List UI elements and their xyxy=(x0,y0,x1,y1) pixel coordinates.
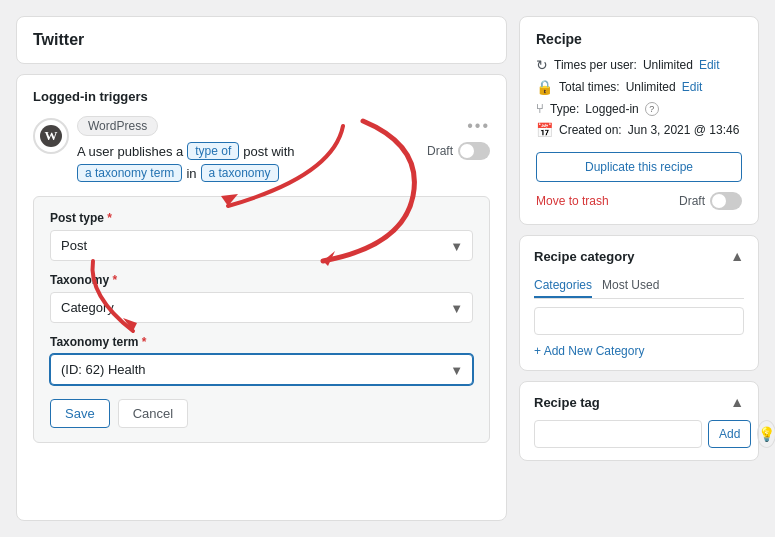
trigger-area: W WordPress ••• A user publishes a xyxy=(33,116,490,443)
trigger-header: WordPress ••• xyxy=(77,116,490,136)
trigger-text-line-2: a taxonomy term in a taxonomy xyxy=(77,164,490,182)
required-marker-2: * xyxy=(112,273,117,287)
recipe-draft-toggle[interactable] xyxy=(710,192,742,210)
category-title: Recipe category xyxy=(534,249,634,264)
trigger-row: W WordPress ••• A user publishes a xyxy=(33,116,490,186)
category-tabs: Categories Most Used xyxy=(534,274,744,299)
total-times-row: 🔒 Total times: Unlimited Edit xyxy=(536,79,742,95)
bulb-icon[interactable]: 💡 xyxy=(757,420,775,448)
taxonomy-term-tag[interactable]: a taxonomy term xyxy=(77,164,182,182)
calendar-icon: 📅 xyxy=(536,122,553,138)
taxonomy-term-label: Taxonomy term * xyxy=(50,335,473,349)
cancel-button[interactable]: Cancel xyxy=(118,399,188,428)
category-section-header: Recipe category ▲ xyxy=(534,248,744,264)
taxonomy-label: Taxonomy * xyxy=(50,273,473,287)
taxonomy-tag[interactable]: a taxonomy xyxy=(201,164,279,182)
times-per-user-label: Times per user: xyxy=(554,58,637,72)
taxonomy-term-group: Taxonomy term * (ID: 62) Health (ID: 1) … xyxy=(50,335,473,385)
type-row: ⑂ Type: Logged-in ? xyxy=(536,101,742,116)
lock-icon: 🔒 xyxy=(536,79,553,95)
required-marker: * xyxy=(107,211,112,225)
created-value: Jun 3, 2021 @ 13:46 xyxy=(628,123,740,137)
tag-card: Recipe tag ▲ Add 💡 xyxy=(519,381,759,461)
category-input-area xyxy=(534,307,744,335)
type-value: Logged-in xyxy=(585,102,638,116)
draft-text: Draft xyxy=(679,194,705,208)
times-per-user-value: Unlimited xyxy=(643,58,693,72)
draft-toggle[interactable] xyxy=(458,142,490,160)
triggers-title: Logged-in triggers xyxy=(33,89,490,104)
recycle-icon: ↻ xyxy=(536,57,548,73)
taxonomy-select-wrapper: Category Tag ▼ xyxy=(50,292,473,323)
wordpress-logo: W xyxy=(33,118,69,154)
total-times-label: Total times: xyxy=(559,80,620,94)
tag-add-button[interactable]: Add xyxy=(708,420,751,448)
recipe-toggle-knob xyxy=(712,194,726,208)
trigger-content: WordPress ••• A user publishes a type of… xyxy=(77,116,490,186)
draft-label-inline: Draft xyxy=(427,144,453,158)
times-per-user-edit[interactable]: Edit xyxy=(699,58,720,72)
fork-icon: ⑂ xyxy=(536,101,544,116)
times-per-user-row: ↻ Times per user: Unlimited Edit xyxy=(536,57,742,73)
tag-input[interactable] xyxy=(534,420,702,448)
created-row: 📅 Created on: Jun 3, 2021 @ 13:46 xyxy=(536,122,742,138)
trigger-text-line: A user publishes a type of post with Dra… xyxy=(77,142,490,160)
created-label: Created on: xyxy=(559,123,622,137)
duplicate-button[interactable]: Duplicate this recipe xyxy=(536,152,742,182)
tag-input-row: Add 💡 xyxy=(534,420,744,448)
draft-toggle-row: Draft xyxy=(679,192,742,210)
category-card: Recipe category ▲ Categories Most Used +… xyxy=(519,235,759,371)
twitter-title: Twitter xyxy=(33,31,84,48)
most-used-tab[interactable]: Most Used xyxy=(602,274,659,298)
type-label: Type: xyxy=(550,102,579,116)
type-help-icon[interactable]: ? xyxy=(645,102,659,116)
required-marker-3: * xyxy=(142,335,147,349)
post-type-select-wrapper: Post Page Custom ▼ xyxy=(50,230,473,261)
trigger-in-text: in xyxy=(186,166,196,181)
recipe-card: Recipe ↻ Times per user: Unlimited Edit … xyxy=(519,16,759,225)
form-buttons: Save Cancel xyxy=(50,399,473,428)
wordpress-badge: WordPress xyxy=(77,116,158,136)
twitter-card: Twitter xyxy=(16,16,507,64)
right-panel: Recipe ↻ Times per user: Unlimited Edit … xyxy=(519,16,759,521)
taxonomy-select[interactable]: Category Tag xyxy=(50,292,473,323)
move-to-trash-link[interactable]: Move to trash xyxy=(536,194,609,208)
taxonomy-term-select-wrapper: (ID: 62) Health (ID: 1) Uncategorized ▼ xyxy=(50,354,473,385)
category-collapse-icon[interactable]: ▲ xyxy=(730,248,744,264)
trigger-options-dots[interactable]: ••• xyxy=(467,117,490,135)
taxonomy-group: Taxonomy * Category Tag ▼ xyxy=(50,273,473,323)
recipe-title: Recipe xyxy=(536,31,742,47)
total-times-edit[interactable]: Edit xyxy=(682,80,703,94)
categories-tab[interactable]: Categories xyxy=(534,274,592,298)
toggle-knob xyxy=(460,144,474,158)
add-category-link[interactable]: + Add New Category xyxy=(534,344,644,358)
form-panel: Post type * Post Page Custom ▼ xyxy=(33,196,490,443)
trigger-text-mid: post with xyxy=(243,144,294,159)
taxonomy-term-select[interactable]: (ID: 62) Health (ID: 1) Uncategorized xyxy=(50,354,473,385)
trigger-text-before: A user publishes a xyxy=(77,144,183,159)
total-times-value: Unlimited xyxy=(626,80,676,94)
triggers-card: Logged-in triggers W WordPress ••• xyxy=(16,74,507,521)
wp-logo-inner: W xyxy=(40,125,62,147)
post-type-group: Post type * Post Page Custom ▼ xyxy=(50,211,473,261)
post-type-label: Post type * xyxy=(50,211,473,225)
recipe-footer: Move to trash Draft xyxy=(536,192,742,210)
tag-section-header: Recipe tag ▲ xyxy=(534,394,744,410)
tag-title: Recipe tag xyxy=(534,395,600,410)
post-type-select[interactable]: Post Page Custom xyxy=(50,230,473,261)
tag-collapse-icon[interactable]: ▲ xyxy=(730,394,744,410)
save-button[interactable]: Save xyxy=(50,399,110,428)
type-of-tag[interactable]: type of xyxy=(187,142,239,160)
